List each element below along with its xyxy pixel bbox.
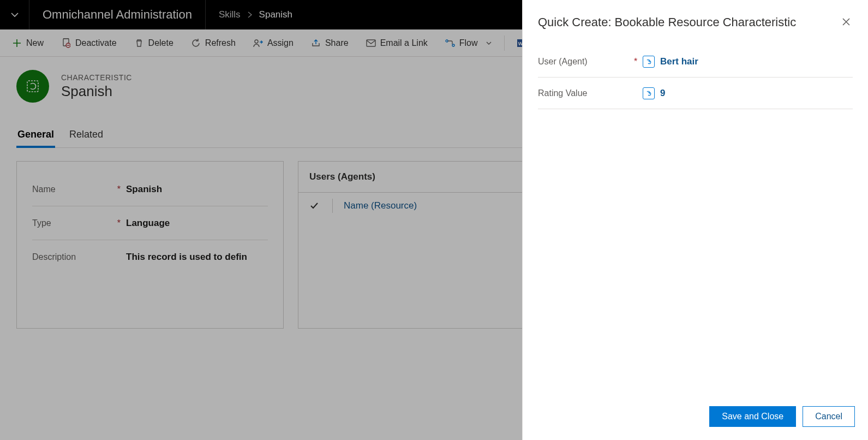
record-icon — [16, 70, 49, 103]
cmd-label: Deactivate — [75, 38, 117, 48]
new-button[interactable]: New — [4, 32, 51, 54]
cmd-label: Email a Link — [380, 38, 428, 48]
lookup-icon — [643, 56, 655, 68]
deactivate-button[interactable]: Deactivate — [53, 32, 124, 54]
chevron-right-icon — [247, 11, 253, 18]
description-field[interactable]: This record is used to defin — [126, 252, 247, 263]
app-menu-toggle[interactable] — [0, 0, 29, 29]
type-field[interactable]: Language — [126, 218, 170, 229]
user-agent-value: Bert hair — [660, 56, 698, 67]
save-and-close-button[interactable]: Save and Close — [709, 406, 796, 427]
cancel-button[interactable]: Cancel — [803, 406, 855, 427]
breadcrumb: Skills Spanish — [206, 9, 292, 20]
mail-icon — [366, 39, 376, 47]
plus-icon — [13, 39, 21, 47]
user-agent-label: User (Agent) — [538, 57, 634, 67]
cmd-label: Assign — [267, 38, 294, 48]
cmd-label: Flow — [459, 38, 478, 48]
refresh-button[interactable]: Refresh — [183, 32, 243, 54]
select-all-checkbox[interactable] — [309, 201, 321, 211]
trash-icon — [135, 39, 143, 47]
rating-value-label: Rating Value — [538, 88, 634, 98]
svg-point-3 — [255, 40, 258, 43]
column-header-name[interactable]: Name (Resource) — [344, 200, 417, 211]
refresh-icon — [191, 39, 200, 47]
svg-rect-4 — [367, 40, 375, 46]
record-title: Spanish — [61, 83, 132, 100]
chevron-down-icon — [10, 10, 19, 19]
assign-button[interactable]: Assign — [246, 32, 301, 54]
rating-value-field[interactable]: 9 — [643, 87, 665, 99]
share-icon — [311, 39, 321, 47]
check-icon — [309, 201, 319, 211]
assign-icon — [253, 39, 263, 47]
svg-point-6 — [452, 44, 454, 46]
type-label: Type — [32, 218, 51, 228]
rating-value: 9 — [660, 88, 665, 99]
tab-related[interactable]: Related — [68, 124, 104, 147]
cmd-label: Refresh — [205, 38, 236, 48]
delete-button[interactable]: Delete — [127, 32, 181, 54]
name-label: Name — [32, 185, 56, 194]
chevron-down-icon — [486, 40, 492, 46]
cmd-label: Share — [325, 38, 349, 48]
column-divider — [332, 199, 333, 213]
email-link-button[interactable]: Email a Link — [358, 32, 435, 54]
description-label: Description — [32, 252, 76, 262]
close-icon — [842, 17, 851, 26]
flow-button[interactable]: Flow — [438, 32, 500, 54]
breadcrumb-current: Spanish — [259, 9, 292, 20]
general-section: Name* Spanish Type* Language Description… — [16, 161, 284, 329]
cmd-label: Delete — [148, 38, 173, 48]
tab-general[interactable]: General — [16, 124, 55, 148]
characteristic-icon — [25, 79, 40, 94]
required-indicator: * — [117, 185, 121, 194]
required-indicator: * — [117, 218, 121, 228]
name-field[interactable]: Spanish — [126, 184, 162, 195]
entity-label: CHARACTERISTIC — [61, 73, 132, 82]
required-indicator: * — [634, 57, 643, 67]
svg-point-5 — [446, 40, 448, 42]
cmd-label: New — [26, 38, 44, 48]
close-button[interactable] — [840, 15, 853, 28]
deactivate-icon — [62, 38, 70, 48]
flyout-title: Quick Create: Bookable Resource Characte… — [538, 15, 796, 29]
share-button[interactable]: Share — [303, 32, 356, 54]
quick-create-panel: Quick Create: Bookable Resource Characte… — [522, 0, 868, 440]
separator — [504, 35, 505, 51]
svg-rect-9 — [27, 81, 38, 92]
user-agent-field[interactable]: Bert hair — [643, 56, 698, 68]
lookup-icon — [643, 87, 655, 99]
flow-icon — [445, 39, 455, 47]
breadcrumb-root[interactable]: Skills — [219, 9, 241, 20]
app-title: Omnichannel Administration — [29, 0, 206, 29]
